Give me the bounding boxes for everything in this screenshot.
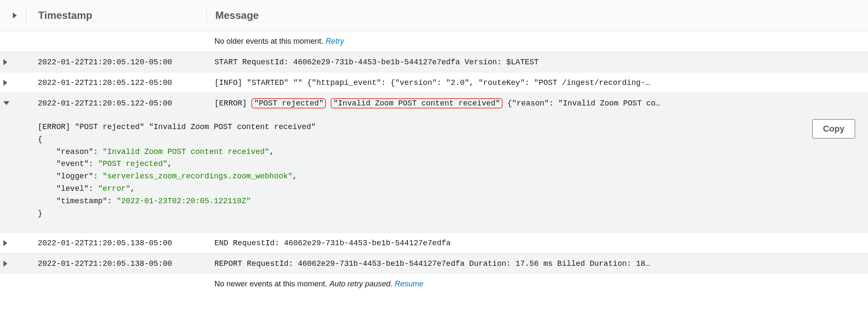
expanded-json: [ERROR] "POST rejected" "Invalid Zoom PO… [38,121,868,220]
no-newer-row: No newer events at this moment. Auto ret… [0,274,868,294]
expand-toggle[interactable] [3,240,7,246]
no-older-text: No older events at this moment. [214,37,326,45]
no-newer-text: No newer events at this moment. [214,280,329,288]
message-header[interactable]: Message [207,9,868,21]
timestamp-header[interactable]: Timestamp [26,9,206,21]
msg-prefix: [ERROR] [214,99,251,108]
table-header: Timestamp Message [0,0,868,31]
auto-retry-paused: Auto retry paused. [329,280,392,288]
message-cell: END RequestId: 46062e29-731b-4453-be1b-5… [206,239,868,247]
log-row: 2022-01-22T21:20:05.122-05:00 [INFO] "ST… [0,72,868,93]
no-older-row: No older events at this moment. Retry [0,31,868,51]
timestamp-cell: 2022-01-22T21:20:05.138-05:00 [26,259,206,268]
log-events-table: Timestamp Message No older events at thi… [0,0,868,294]
timestamp-cell: 2022-01-22T21:20:05.122-05:00 [26,78,206,87]
collapse-toggle[interactable] [3,101,9,105]
resume-link[interactable]: Resume [395,280,423,288]
msg-suffix: {"reason": "Invalid Zoom POST co… [503,99,660,108]
highlight-invalid-zoom: "Invalid Zoom POST content received" [331,98,503,108]
timestamp-cell: 2022-01-22T21:20:05.120-05:00 [26,58,206,66]
expand-toggle[interactable] [3,80,7,86]
log-row: 2022-01-22T21:20:05.138-05:00 END Reques… [0,232,868,253]
log-row: 2022-01-22T21:20:05.120-05:00 START Requ… [0,51,868,72]
message-cell: [INFO] "STARTED" "" {"httpapi_event": {"… [206,78,868,87]
log-row-expanded-header: 2022-01-22T21:20:05.122-05:00 [ERROR] "P… [0,93,868,113]
copy-button[interactable]: Copy [812,119,855,138]
expand-header [0,12,26,18]
timestamp-cell: 2022-01-22T21:20:05.138-05:00 [26,239,206,247]
highlight-post-rejected: "POST rejected" [251,98,326,108]
message-cell: REPORT RequestId: 46062e29-731b-4453-be1… [206,259,868,268]
timestamp-cell: 2022-01-22T21:20:05.122-05:00 [26,99,206,108]
message-cell: [ERROR] "POST rejected" "Invalid Zoom PO… [206,98,868,108]
log-row: 2022-01-22T21:20:05.138-05:00 REPORT Req… [0,253,868,274]
retry-link[interactable]: Retry [326,37,344,45]
expand-toggle[interactable] [3,261,7,267]
expanded-log-detail: Copy [ERROR] "POST rejected" "Invalid Zo… [0,113,868,232]
chevron-right-icon[interactable] [13,12,17,18]
message-cell: START RequestId: 46062e29-731b-4453-be1b… [206,58,868,66]
expand-toggle[interactable] [3,59,7,65]
